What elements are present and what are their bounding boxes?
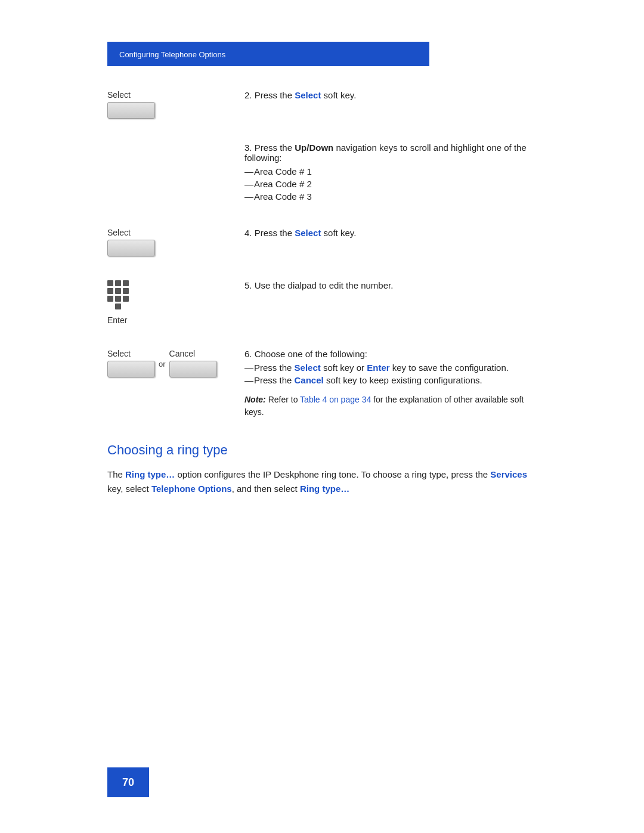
step-3-row: 3. Press the Up/Down navigation keys to …	[107, 143, 537, 204]
list-item: Area Code # 2	[244, 179, 537, 189]
step-6-select-inline: Select	[295, 363, 321, 373]
step-4-instruction: 4. Press the Select soft key.	[244, 228, 537, 238]
step-2-right: 2. Press the Select soft key.	[227, 90, 537, 104]
step-2-number: 2. Press the Select soft key.	[244, 90, 537, 100]
step-3-list: Area Code # 1 Area Code # 2 Area Code # …	[244, 166, 537, 202]
step-6-select-group: Select	[107, 349, 155, 379]
step-6-cancel-group: Cancel	[169, 349, 217, 379]
step-3-right: 3. Press the Up/Down navigation keys to …	[227, 143, 537, 204]
step-5-right: 5. Use the dialpad to edit the number.	[227, 280, 537, 294]
telephone-options-ref: Telephone Options	[151, 484, 232, 494]
section-body: The Ring type… option configures the IP …	[107, 467, 537, 496]
header-banner: Configuring Telephone Options	[107, 42, 429, 66]
step-6-list: Press the Select soft key or Enter key t…	[244, 363, 537, 385]
list-item: Area Code # 3	[244, 191, 537, 202]
step-4-right: 4. Press the Select soft key.	[227, 228, 537, 241]
page-number: 70	[107, 767, 149, 797]
list-item: Press the Cancel soft key to keep existi…	[244, 375, 537, 385]
step-4-select-button	[107, 240, 155, 256]
step-4-row: Select 4. Press the Select soft key.	[107, 228, 537, 256]
step-6-cancel-label: Cancel	[169, 349, 217, 358]
step-6-buttons-row: Select or Cancel	[107, 349, 217, 379]
step-6-instruction: 6. Choose one of the following:	[244, 349, 537, 359]
services-ref: Services	[490, 469, 527, 479]
step-6-or-label: or	[159, 360, 166, 368]
step-6-right: 6. Choose one of the following: Press th…	[227, 349, 537, 419]
list-item: Press the Select soft key or Enter key t…	[244, 363, 537, 373]
note-text: Note: Refer to Table 4 on page 34 for th…	[244, 394, 537, 419]
enter-label: Enter	[107, 315, 127, 325]
section-heading: Choosing a ring type	[107, 442, 537, 458]
step-5-row: Enter 5. Use the dialpad to edit the num…	[107, 280, 537, 325]
ring-type-ref2: Ring type…	[300, 484, 349, 494]
step-2-left: Select	[107, 90, 227, 119]
ring-type-ref1: Ring type…	[125, 469, 175, 479]
step-2-select-label: Select	[107, 90, 131, 100]
list-item: Area Code # 1	[244, 166, 537, 176]
step-4-select-text: Select	[295, 228, 321, 238]
step-2-select-button	[107, 102, 155, 119]
main-content: Select 2. Press the Select soft key. 3. …	[107, 90, 537, 496]
step-6-select-label: Select	[107, 349, 155, 358]
choosing-ring-type-section: Choosing a ring type The Ring type… opti…	[107, 442, 537, 496]
step-2-row: Select 2. Press the Select soft key.	[107, 90, 537, 119]
step-6-select-button	[107, 361, 155, 377]
step-4-select-label: Select	[107, 228, 131, 237]
step-6-cancel-inline: Cancel	[295, 375, 324, 385]
step-6-enter-inline: Enter	[367, 363, 389, 373]
step-6-left: Select or Cancel	[107, 349, 227, 379]
step-6-cancel-button	[169, 361, 217, 377]
step-3-instruction: 3. Press the Up/Down navigation keys to …	[244, 143, 537, 163]
dialpad-icon	[107, 280, 129, 309]
step-5-instruction: 5. Use the dialpad to edit the number.	[244, 280, 537, 290]
step-3-updown: Up/Down	[295, 143, 333, 153]
step-2-select-text: Select	[295, 90, 321, 100]
header-banner-text: Configuring Telephone Options	[119, 50, 225, 59]
step-6-row: Select or Cancel 6. Choose one of the fo…	[107, 349, 537, 419]
step-5-left: Enter	[107, 280, 227, 325]
note-link: Table 4 on page 34	[300, 395, 371, 404]
step-4-left: Select	[107, 228, 227, 256]
